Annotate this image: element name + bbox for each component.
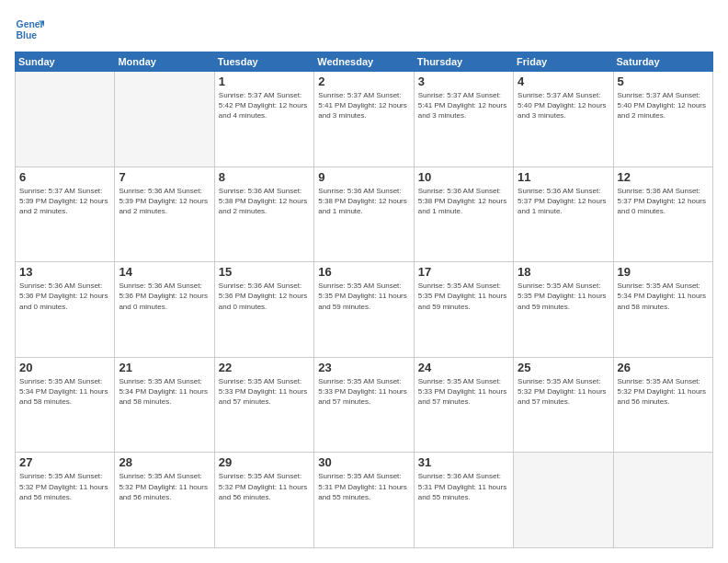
calendar-cell: 16Sunrise: 5:35 AM Sunset: 5:35 PM Dayli… [314, 262, 414, 358]
calendar-cell: 25Sunrise: 5:35 AM Sunset: 5:32 PM Dayli… [514, 357, 613, 453]
day-number: 3 [418, 75, 509, 88]
calendar-cell: 5Sunrise: 5:37 AM Sunset: 5:40 PM Daylig… [613, 72, 712, 167]
day-info: Sunrise: 5:35 AM Sunset: 5:34 PM Dayligh… [119, 376, 210, 408]
day-info: Sunrise: 5:35 AM Sunset: 5:34 PM Dayligh… [19, 376, 110, 408]
calendar-cell: 28Sunrise: 5:35 AM Sunset: 5:32 PM Dayli… [115, 453, 214, 548]
day-info: Sunrise: 5:37 AM Sunset: 5:41 PM Dayligh… [418, 90, 509, 121]
day-info: Sunrise: 5:35 AM Sunset: 5:32 PM Dayligh… [618, 376, 709, 408]
calendar-cell [514, 453, 613, 548]
col-header-friday: Friday [514, 52, 613, 72]
col-header-saturday: Saturday [613, 52, 712, 72]
day-info: Sunrise: 5:35 AM Sunset: 5:35 PM Dayligh… [318, 281, 409, 312]
day-number: 7 [119, 170, 210, 184]
calendar-cell: 22Sunrise: 5:35 AM Sunset: 5:33 PM Dayli… [214, 357, 313, 453]
calendar-cell: 14Sunrise: 5:36 AM Sunset: 5:36 PM Dayli… [115, 262, 214, 358]
day-number: 24 [418, 361, 509, 374]
calendar-cell: 23Sunrise: 5:35 AM Sunset: 5:33 PM Dayli… [314, 357, 414, 453]
day-number: 20 [19, 361, 110, 374]
calendar-cell: 13Sunrise: 5:36 AM Sunset: 5:36 PM Dayli… [16, 262, 115, 358]
calendar-cell: 12Sunrise: 5:36 AM Sunset: 5:37 PM Dayli… [613, 167, 712, 262]
day-number: 23 [318, 361, 409, 374]
day-info: Sunrise: 5:37 AM Sunset: 5:40 PM Dayligh… [518, 90, 609, 121]
day-number: 27 [19, 455, 110, 469]
calendar-cell: 15Sunrise: 5:36 AM Sunset: 5:36 PM Dayli… [214, 262, 313, 358]
calendar-cell: 7Sunrise: 5:36 AM Sunset: 5:39 PM Daylig… [115, 167, 214, 262]
calendar-cell: 1Sunrise: 5:37 AM Sunset: 5:42 PM Daylig… [214, 72, 313, 167]
day-info: Sunrise: 5:35 AM Sunset: 5:32 PM Dayligh… [19, 471, 110, 502]
day-number: 1 [219, 75, 310, 88]
calendar-cell: 6Sunrise: 5:37 AM Sunset: 5:39 PM Daylig… [16, 167, 115, 262]
day-info: Sunrise: 5:35 AM Sunset: 5:33 PM Dayligh… [418, 376, 509, 408]
day-info: Sunrise: 5:37 AM Sunset: 5:42 PM Dayligh… [219, 90, 310, 121]
day-number: 29 [219, 455, 310, 469]
general-blue-icon: General Blue [15, 15, 44, 44]
day-number: 4 [518, 75, 609, 88]
calendar-cell: 18Sunrise: 5:35 AM Sunset: 5:35 PM Dayli… [514, 262, 613, 358]
calendar-cell [16, 72, 115, 167]
day-info: Sunrise: 5:36 AM Sunset: 5:36 PM Dayligh… [119, 281, 210, 312]
day-number: 2 [318, 75, 409, 88]
calendar-cell: 10Sunrise: 5:36 AM Sunset: 5:38 PM Dayli… [414, 167, 513, 262]
day-number: 25 [518, 361, 609, 374]
calendar-cell: 4Sunrise: 5:37 AM Sunset: 5:40 PM Daylig… [514, 72, 613, 167]
col-header-monday: Monday [115, 52, 214, 72]
day-number: 10 [418, 170, 509, 184]
day-info: Sunrise: 5:35 AM Sunset: 5:32 PM Dayligh… [219, 471, 310, 502]
col-header-sunday: Sunday [16, 52, 115, 72]
calendar-cell: 24Sunrise: 5:35 AM Sunset: 5:33 PM Dayli… [414, 357, 513, 453]
day-number: 28 [119, 455, 210, 469]
day-info: Sunrise: 5:36 AM Sunset: 5:31 PM Dayligh… [418, 471, 509, 502]
day-info: Sunrise: 5:35 AM Sunset: 5:35 PM Dayligh… [418, 281, 509, 312]
day-number: 30 [318, 455, 409, 469]
day-number: 18 [518, 265, 609, 279]
calendar-cell [613, 453, 712, 548]
calendar-cell: 8Sunrise: 5:36 AM Sunset: 5:38 PM Daylig… [214, 167, 313, 262]
day-number: 11 [518, 170, 609, 184]
day-number: 16 [318, 265, 409, 279]
col-header-wednesday: Wednesday [314, 52, 414, 72]
calendar-cell: 26Sunrise: 5:35 AM Sunset: 5:32 PM Dayli… [613, 357, 712, 453]
calendar-cell: 19Sunrise: 5:35 AM Sunset: 5:34 PM Dayli… [613, 262, 712, 358]
day-number: 26 [618, 361, 709, 374]
day-number: 15 [219, 265, 310, 279]
day-info: Sunrise: 5:35 AM Sunset: 5:34 PM Dayligh… [618, 281, 709, 312]
day-info: Sunrise: 5:37 AM Sunset: 5:39 PM Dayligh… [19, 186, 110, 217]
calendar-cell: 17Sunrise: 5:35 AM Sunset: 5:35 PM Dayli… [414, 262, 513, 358]
day-info: Sunrise: 5:36 AM Sunset: 5:37 PM Dayligh… [518, 186, 609, 217]
day-info: Sunrise: 5:36 AM Sunset: 5:38 PM Dayligh… [418, 186, 509, 217]
day-info: Sunrise: 5:36 AM Sunset: 5:38 PM Dayligh… [219, 186, 310, 217]
calendar-table: SundayMondayTuesdayWednesdayThursdayFrid… [15, 52, 713, 548]
day-number: 6 [19, 170, 110, 184]
day-number: 14 [119, 265, 210, 279]
day-number: 12 [618, 170, 709, 184]
calendar-cell: 9Sunrise: 5:36 AM Sunset: 5:38 PM Daylig… [314, 167, 414, 262]
day-info: Sunrise: 5:36 AM Sunset: 5:38 PM Dayligh… [318, 186, 409, 217]
day-info: Sunrise: 5:35 AM Sunset: 5:33 PM Dayligh… [318, 376, 409, 408]
col-header-thursday: Thursday [414, 52, 513, 72]
logo: General Blue [15, 15, 44, 44]
day-number: 19 [618, 265, 709, 279]
day-info: Sunrise: 5:35 AM Sunset: 5:35 PM Dayligh… [518, 281, 609, 312]
day-number: 22 [219, 361, 310, 374]
calendar-cell: 20Sunrise: 5:35 AM Sunset: 5:34 PM Dayli… [16, 357, 115, 453]
calendar-cell: 31Sunrise: 5:36 AM Sunset: 5:31 PM Dayli… [414, 453, 513, 548]
day-info: Sunrise: 5:35 AM Sunset: 5:32 PM Dayligh… [518, 376, 609, 408]
day-info: Sunrise: 5:35 AM Sunset: 5:32 PM Dayligh… [119, 471, 210, 502]
day-number: 13 [19, 265, 110, 279]
calendar-cell: 21Sunrise: 5:35 AM Sunset: 5:34 PM Dayli… [115, 357, 214, 453]
col-header-tuesday: Tuesday [214, 52, 313, 72]
calendar-cell: 2Sunrise: 5:37 AM Sunset: 5:41 PM Daylig… [314, 72, 414, 167]
day-number: 9 [318, 170, 409, 184]
day-info: Sunrise: 5:36 AM Sunset: 5:37 PM Dayligh… [618, 186, 709, 217]
day-number: 8 [219, 170, 310, 184]
day-number: 17 [418, 265, 509, 279]
day-number: 31 [418, 455, 509, 469]
day-info: Sunrise: 5:36 AM Sunset: 5:36 PM Dayligh… [19, 281, 110, 312]
day-number: 5 [618, 75, 709, 88]
day-info: Sunrise: 5:35 AM Sunset: 5:31 PM Dayligh… [318, 471, 409, 502]
calendar-cell: 11Sunrise: 5:36 AM Sunset: 5:37 PM Dayli… [514, 167, 613, 262]
day-info: Sunrise: 5:35 AM Sunset: 5:33 PM Dayligh… [219, 376, 310, 408]
day-info: Sunrise: 5:37 AM Sunset: 5:40 PM Dayligh… [618, 90, 709, 121]
day-info: Sunrise: 5:36 AM Sunset: 5:39 PM Dayligh… [119, 186, 210, 217]
calendar-cell: 30Sunrise: 5:35 AM Sunset: 5:31 PM Dayli… [314, 453, 414, 548]
